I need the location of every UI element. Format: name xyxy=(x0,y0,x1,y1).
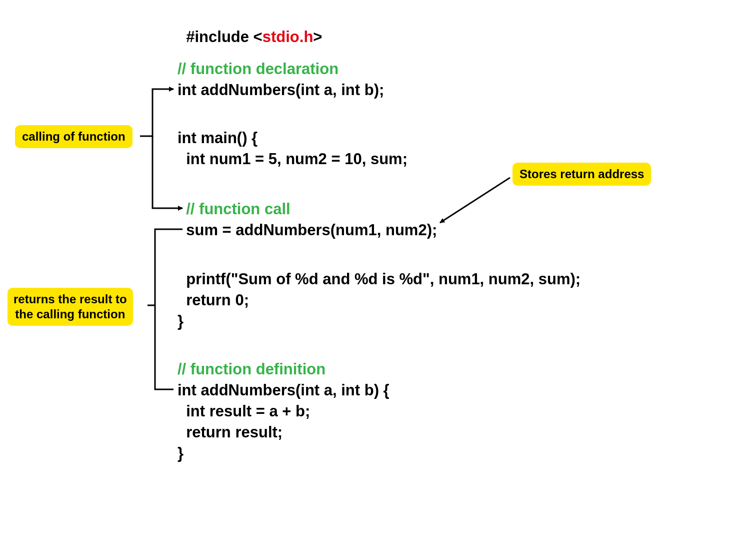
arrow-stores xyxy=(440,178,510,223)
connectors xyxy=(0,0,756,534)
arrow-returns xyxy=(148,229,182,389)
arrow-calling xyxy=(140,89,182,208)
